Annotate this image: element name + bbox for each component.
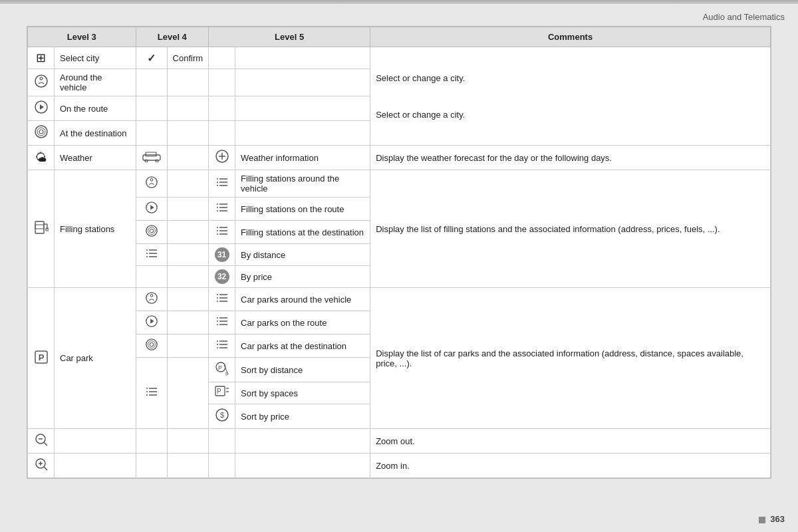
level4-icon-cell: [136, 221, 167, 244]
list-icon8: [146, 388, 158, 400]
level5-icon-cell: [209, 334, 235, 358]
level4-text-cell: [167, 146, 209, 170]
around-vehicle-label: Around the vehicle: [60, 72, 102, 92]
select-city-label: Select city: [60, 53, 99, 63]
on-route-label: On the route: [60, 104, 108, 114]
dest-cp-icon: [145, 342, 158, 353]
level4-text-cell: [167, 198, 209, 221]
by-distance-label: By distance: [241, 250, 285, 260]
level5-text-cell: Car parks at the destination: [235, 334, 370, 358]
around-cp-icon: [145, 295, 158, 307]
level4-icon-cell: [136, 334, 167, 358]
col-level4: Level 4: [136, 27, 209, 47]
level5-text-cell: [235, 69, 370, 96]
level4-text-cell: [167, 358, 209, 429]
filling-dest-label: Filling stations at the destination: [241, 227, 364, 237]
table-header-row: Level 3 Level 4 Level 5 Comments: [28, 27, 771, 47]
level3-text-cell: Around the vehicle: [55, 69, 136, 96]
zoom-in-comment: Zoom in.: [376, 461, 410, 471]
car-park-label: Car park: [60, 353, 93, 363]
svg-point-70: [148, 341, 155, 348]
level4-icon-cell: [136, 311, 167, 334]
filling-route-label: Filling stations on the route: [241, 204, 344, 214]
level5-text-cell: Weather information: [235, 146, 370, 170]
level5-text-cell: [235, 454, 370, 478]
sort-spaces-icon: P: [215, 388, 229, 400]
parks-comment: Display the list of car parks and the as…: [376, 348, 743, 368]
badge-32: 32: [215, 269, 229, 284]
level5-text-cell: [235, 429, 370, 454]
level4-icon-cell: [136, 96, 167, 121]
zoom-in-icon: [34, 462, 49, 473]
level5-text-cell: By distance: [235, 244, 370, 266]
parks-comment-cell: Display the list of car parks and the as…: [370, 288, 771, 429]
around-vehicle-icon: [34, 79, 49, 90]
level5-icon-cell: [209, 288, 235, 311]
page-header: Audio and Telematics: [0, 5, 798, 26]
zoom-out-label-cell: [55, 429, 136, 454]
table-row: 🌤 Weather Weather information Display th: [28, 146, 771, 170]
on-route-s-icon: [145, 205, 158, 216]
page-square-icon: [759, 517, 765, 523]
main-table-container: Level 3 Level 4 Level 5 Comments ⊞ Selec…: [27, 26, 771, 479]
zoom-out-icon: [34, 438, 49, 449]
plus-circle-icon: [215, 154, 229, 166]
col-comments: Comments: [370, 27, 771, 47]
destination-label: At the destination: [60, 128, 126, 138]
parks-around-label: Car parks around the vehicle: [241, 295, 351, 305]
level5-icon-cell: [209, 221, 235, 244]
svg-marker-28: [150, 205, 154, 209]
svg-point-20: [150, 179, 153, 182]
svg-point-37: [148, 227, 155, 235]
svg-point-1: [40, 77, 43, 80]
level5-icon-cell: 31: [209, 244, 235, 266]
svg-marker-61: [150, 319, 154, 323]
parking-icon: P: [34, 355, 49, 366]
level5-text-cell: Sort by distance: [235, 358, 370, 382]
svg-text:$: $: [220, 411, 224, 419]
filling-comment: Display the list of filling stations and…: [376, 224, 720, 234]
level4-icon-cell: [136, 146, 167, 170]
level4-text-cell: [167, 170, 209, 198]
svg-point-5: [39, 130, 43, 134]
level5-text-cell: [235, 47, 370, 69]
sort-price-icon: $: [215, 413, 229, 424]
destination-icon: [34, 130, 49, 141]
level5-icon-cell: [209, 96, 235, 121]
svg-line-94: [44, 442, 47, 446]
weather-info-label: Weather information: [241, 153, 319, 163]
weather-comment-cell: Display the weather forecast for the day…: [370, 146, 771, 170]
carpark-label-cell: Car park: [55, 288, 136, 429]
level5-text-cell: Filling stations on the route: [235, 198, 370, 221]
svg-rect-15: [35, 225, 44, 229]
level5-icon-cell: [209, 146, 235, 170]
table-row: Zoom in.: [28, 454, 771, 478]
level3-icon-cell: ⊞: [28, 47, 55, 69]
fuel-icon: [34, 227, 49, 238]
level4-icon-cell: [136, 244, 167, 266]
filling-comment-cell: Display the list of filling stations and…: [370, 170, 771, 288]
svg-text:P: P: [217, 388, 221, 395]
weather-label: Weather: [60, 153, 92, 163]
level5-icon-cell: [209, 311, 235, 334]
col-level5: Level 5: [209, 27, 370, 47]
level4-text-cell: [167, 454, 209, 478]
level5-icon-cell: 32: [209, 266, 235, 288]
confirm-label: Confirm: [173, 53, 203, 63]
table-row: P Car park Car parks around the vehicle: [28, 288, 771, 311]
level5-icon-cell: [209, 198, 235, 221]
level3-text-cell: Select city: [55, 47, 136, 69]
level3-icon-cell: 🌤: [28, 146, 55, 170]
level5-text-cell: By price: [235, 266, 370, 288]
svg-text:p: p: [225, 370, 229, 376]
sort-distance-label: Sort by distance: [241, 365, 303, 375]
level5-icon-cell: [209, 454, 235, 478]
list-icon3: [216, 227, 228, 239]
car-icon: [142, 153, 162, 164]
zoom-out-comment: Zoom out.: [376, 436, 415, 446]
dest-s-icon: [145, 228, 158, 239]
level4-icon-cell: [136, 266, 167, 288]
level4-text-cell: [167, 244, 209, 266]
level5-text-cell: [235, 96, 370, 121]
level3-text-cell: On the route: [55, 96, 136, 121]
